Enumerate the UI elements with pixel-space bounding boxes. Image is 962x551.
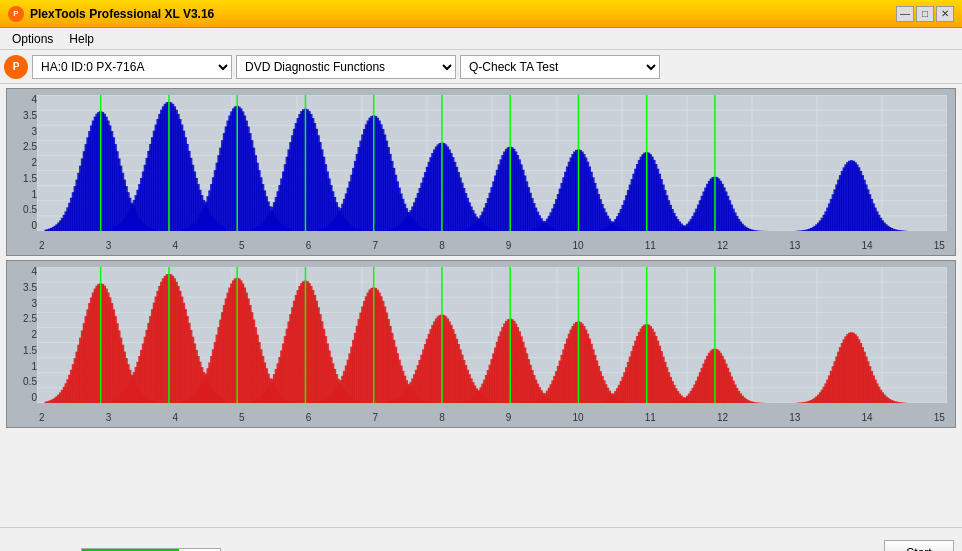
top-chart-x-axis: 2 3 4 5 6 7 8 9 10 11 12 13 14 15 — [37, 240, 947, 251]
menu-help[interactable]: Help — [61, 30, 102, 48]
menu-options[interactable]: Options — [4, 30, 61, 48]
top-chart-y-axis: 4 3.5 3 2.5 2 1.5 1 0.5 0 — [9, 95, 37, 231]
bottom-panel: Jitter: 4 Peak Shift: 4 TA Quality Indic… — [0, 527, 962, 551]
menu-bar: Options Help — [0, 28, 962, 50]
bx-label-13: 13 — [789, 412, 800, 423]
x-label-10: 10 — [573, 240, 584, 251]
bx-label-15: 15 — [934, 412, 945, 423]
by-label-05: 0.5 — [23, 377, 37, 387]
bx-label-2: 2 — [39, 412, 45, 423]
bottom-chart: 4 3.5 3 2.5 2 1.5 1 0.5 0 2 3 4 5 6 7 8 … — [6, 260, 956, 428]
x-label-5: 5 — [239, 240, 245, 251]
window-controls: — □ ✕ — [896, 6, 954, 22]
bx-label-8: 8 — [439, 412, 445, 423]
x-label-11: 11 — [645, 240, 656, 251]
top-chart-canvas — [37, 95, 947, 231]
bx-label-12: 12 — [717, 412, 728, 423]
window-title: PlexTools Professional XL V3.16 — [30, 7, 214, 21]
x-label-7: 7 — [372, 240, 378, 251]
by-label-15: 1.5 — [23, 346, 37, 356]
jitter-bar — [81, 548, 221, 552]
title-bar: P PlexTools Professional XL V3.16 — □ ✕ — [0, 0, 962, 28]
metrics-section: Jitter: 4 Peak Shift: 4 — [8, 548, 244, 552]
minimize-button[interactable]: — — [896, 6, 914, 22]
bottom-chart-y-axis: 4 3.5 3 2.5 2 1.5 1 0.5 0 — [9, 267, 37, 403]
x-label-14: 14 — [862, 240, 873, 251]
x-label-3: 3 — [106, 240, 112, 251]
jitter-row: Jitter: 4 — [8, 548, 244, 552]
x-label-8: 8 — [439, 240, 445, 251]
bx-label-11: 11 — [645, 412, 656, 423]
bx-label-3: 3 — [106, 412, 112, 423]
bx-label-14: 14 — [862, 412, 873, 423]
x-label-9: 9 — [506, 240, 512, 251]
x-label-2: 2 — [39, 240, 45, 251]
toolbar: P HA:0 ID:0 PX-716A DVD Diagnostic Funct… — [0, 50, 962, 84]
y-label-35: 3.5 — [23, 111, 37, 121]
bx-label-5: 5 — [239, 412, 245, 423]
close-button[interactable]: ✕ — [936, 6, 954, 22]
top-chart: 4 3.5 3 2.5 2 1.5 1 0.5 0 2 3 4 5 6 7 8 … — [6, 88, 956, 256]
x-label-4: 4 — [172, 240, 178, 251]
top-chart-area — [37, 95, 947, 231]
drive-select[interactable]: HA:0 ID:0 PX-716A — [32, 55, 232, 79]
by-label-25: 2.5 — [23, 314, 37, 324]
app-icon: P — [8, 6, 24, 22]
y-label-25: 2.5 — [23, 142, 37, 152]
start-button[interactable]: Start — [884, 540, 954, 552]
x-label-13: 13 — [789, 240, 800, 251]
main-content: 4 3.5 3 2.5 2 1.5 1 0.5 0 2 3 4 5 6 7 8 … — [0, 84, 962, 527]
bx-label-4: 4 — [172, 412, 178, 423]
bottom-chart-area — [37, 267, 947, 403]
y-label-15: 1.5 — [23, 174, 37, 184]
y-label-05: 0.5 — [23, 205, 37, 215]
bx-label-10: 10 — [573, 412, 584, 423]
test-select[interactable]: Q-Check TA Test — [460, 55, 660, 79]
bx-label-7: 7 — [372, 412, 378, 423]
x-label-6: 6 — [306, 240, 312, 251]
maximize-button[interactable]: □ — [916, 6, 934, 22]
bx-label-9: 9 — [506, 412, 512, 423]
start-btn-section: Start i — [884, 540, 954, 552]
x-label-12: 12 — [717, 240, 728, 251]
by-label-35: 3.5 — [23, 283, 37, 293]
x-label-15: 15 — [934, 240, 945, 251]
function-select[interactable]: DVD Diagnostic Functions — [236, 55, 456, 79]
bottom-chart-x-axis: 2 3 4 5 6 7 8 9 10 11 12 13 14 15 — [37, 412, 947, 423]
bottom-chart-canvas — [37, 267, 947, 403]
bx-label-6: 6 — [306, 412, 312, 423]
drive-icon: P — [4, 55, 28, 79]
